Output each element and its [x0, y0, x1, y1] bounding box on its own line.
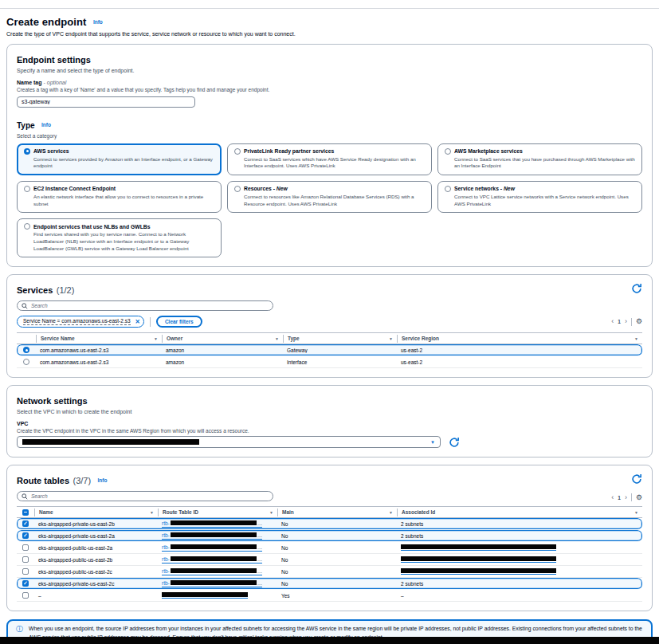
service-name-cell: com.amazonaws.us-east-2.s3 [36, 359, 162, 365]
chevron-down-icon: ▼ [430, 440, 435, 445]
sort-icon[interactable]: ▼ [150, 510, 154, 515]
type-info-link[interactable]: Info [41, 122, 51, 128]
row-checkbox[interactable] [22, 592, 29, 599]
route-table-id-link[interactable]: rtb-… [162, 532, 262, 540]
col-route-table-id[interactable]: Route Table ID▼ [158, 509, 277, 516]
col-service-name[interactable]: Service Name▼ [36, 335, 162, 343]
route-table-row[interactable]: –Yes– [17, 590, 642, 602]
col-owner[interactable]: Owner▼ [162, 335, 283, 343]
redacted-route-table-id [162, 592, 248, 597]
radio-icon[interactable] [24, 148, 30, 155]
row-radio-icon[interactable] [23, 347, 29, 353]
search-icon [22, 303, 28, 309]
col-associated-id[interactable]: Associated Id▼ [397, 509, 642, 516]
route-tables-search[interactable] [17, 491, 273, 501]
services-settings-gear-icon[interactable]: ⚙ [636, 318, 642, 325]
type-option-ec2-instance-connect-endpoint[interactable]: EC2 Instance Connect EndpointAn elastic … [17, 181, 222, 213]
associated-id-value[interactable]: 2 subnets [401, 521, 423, 527]
sort-icon[interactable]: ▼ [154, 336, 158, 341]
route-tables-search-input[interactable] [31, 493, 269, 499]
route-table-id-link[interactable]: rtb-… [162, 568, 262, 575]
service-row[interactable]: com.amazonaws.us-east-2.s3amazonInterfac… [17, 356, 642, 368]
sort-icon[interactable]: ▼ [275, 336, 279, 341]
row-checkbox[interactable] [22, 544, 29, 551]
services-search[interactable] [17, 300, 273, 311]
sort-icon[interactable]: ▼ [389, 336, 393, 341]
prev-page-icon[interactable]: ‹ [611, 318, 614, 325]
page-number[interactable]: 1 [618, 319, 621, 324]
services-count: (1/2) [57, 285, 75, 295]
route-table-name-cell: – [34, 593, 158, 599]
route-table-id-link[interactable]: rtb-… [162, 580, 262, 587]
sort-icon[interactable]: ▼ [634, 336, 638, 341]
route-table-id-link[interactable]: rtb-… [162, 556, 262, 564]
associated-id-value[interactable]: 2 subnets [401, 533, 423, 539]
page-number[interactable]: 1 [618, 495, 621, 501]
route-table-row[interactable]: eks-airgapped-private-us-east-2artb-…No2… [17, 530, 642, 542]
type-option-endpoint-services-that-use-nlbs-and-gwlbs[interactable]: Endpoint services that use NLBs and GWLB… [17, 218, 222, 257]
row-checkbox[interactable] [22, 520, 29, 527]
associated-id-value[interactable]: 2 subnets [401, 581, 423, 587]
redacted-associated-id [401, 544, 556, 549]
col-name[interactable]: Name▼ [34, 509, 158, 516]
services-table-header: Service Name▼ Owner▼ Type▼ Service Regio… [17, 332, 642, 344]
filter-token-dismiss-icon[interactable]: ✕ [135, 319, 140, 325]
radio-icon[interactable] [234, 148, 241, 155]
services-refresh-icon[interactable] [631, 283, 642, 294]
associated-id-link[interactable] [401, 544, 556, 551]
vpc-refresh-icon[interactable] [449, 437, 460, 448]
type-option-label: AWS Marketplace services [454, 148, 523, 154]
col-type[interactable]: Type▼ [283, 335, 397, 343]
route-tables-refresh-icon[interactable] [631, 473, 642, 485]
sort-icon[interactable]: ▼ [269, 510, 273, 515]
services-card: Services (1/2) Service Name = com.amazon… [6, 274, 653, 378]
route-tables-info-link[interactable]: Info [98, 477, 108, 483]
row-checkbox[interactable] [22, 580, 29, 587]
page-info-link[interactable]: Info [93, 19, 103, 25]
route-table-id-link[interactable] [162, 592, 248, 599]
type-option-aws-services[interactable]: AWS servicesConnect to services provided… [17, 143, 222, 175]
type-option-privatelink-ready-partner-services[interactable]: PrivateLink Ready partner servicesConnec… [227, 143, 432, 175]
route-table-row[interactable]: eks-airgapped-public-us-east-2artb-…No [17, 542, 642, 554]
type-section: Type Info Select a category AWS services… [17, 117, 642, 258]
radio-icon[interactable] [24, 223, 30, 230]
route-tables-settings-gear-icon[interactable]: ⚙ [636, 494, 642, 501]
type-option-aws-marketplace-services[interactable]: AWS Marketplace servicesConnect to SaaS … [437, 143, 642, 175]
prev-page-icon[interactable]: ‹ [611, 494, 614, 501]
vpc-select[interactable]: ▼ [17, 436, 441, 448]
select-all-checkbox[interactable] [22, 509, 29, 516]
route-table-row[interactable]: eks-airgapped-private-us-east-2brtb-…No2… [17, 518, 642, 530]
route-table-row[interactable]: eks-airgapped-public-us-east-2brtb-…No [17, 554, 642, 566]
next-page-icon[interactable]: › [625, 494, 627, 501]
col-main[interactable]: Main▼ [277, 509, 397, 516]
clear-filters-button[interactable]: Clear filters [156, 316, 202, 328]
radio-icon[interactable] [445, 186, 451, 192]
sort-icon[interactable]: ▼ [389, 510, 393, 515]
radio-icon[interactable] [24, 186, 30, 192]
route-table-id-link[interactable]: rtb-… [162, 520, 262, 528]
associated-id-link[interactable] [401, 556, 556, 563]
row-checkbox[interactable] [22, 568, 29, 575]
col-service-region[interactable]: Service Region▼ [397, 335, 642, 343]
name-tag-help: Creates a tag with a key of 'Name' and a… [17, 87, 642, 92]
row-checkbox[interactable] [22, 532, 29, 539]
name-tag-input[interactable] [17, 96, 195, 108]
service-row[interactable]: com.amazonaws.us-east-2.s3amazonGatewayu… [17, 344, 642, 356]
sort-icon[interactable]: ▼ [634, 510, 638, 515]
redacted-associated-id [401, 556, 556, 561]
services-search-input[interactable] [31, 303, 269, 308]
route-table-name-cell: eks-airgapped-public-us-east-2c [34, 569, 158, 575]
associated-id-link[interactable] [401, 568, 556, 575]
endpoint-settings-description: Specify a name and select the type of en… [17, 68, 642, 73]
type-option-resources[interactable]: Resources - NewConnect to resources like… [227, 181, 432, 213]
route-table-id-link[interactable]: rtb-… [162, 544, 262, 552]
radio-icon[interactable] [234, 186, 241, 192]
row-checkbox[interactable] [22, 556, 29, 563]
route-table-row[interactable]: eks-airgapped-public-us-east-2crtb-…No [17, 566, 642, 578]
row-radio-icon[interactable] [23, 359, 29, 365]
type-option-service-networks[interactable]: Service networks - NewConnect to VPC Lat… [437, 181, 642, 213]
type-cell: Interface [283, 359, 397, 365]
next-page-icon[interactable]: › [625, 318, 627, 325]
radio-icon[interactable] [445, 148, 451, 155]
route-table-row[interactable]: eks-airgapped-private-us-east-2crtb-…No2… [17, 578, 642, 590]
